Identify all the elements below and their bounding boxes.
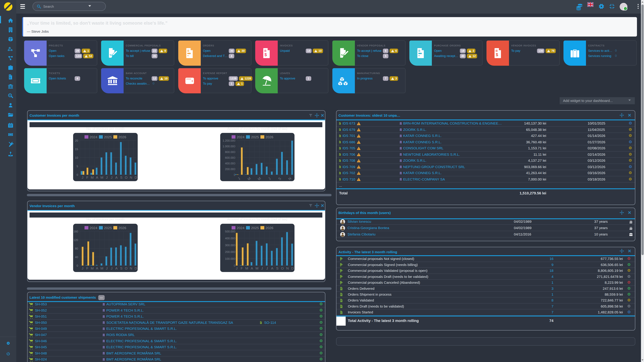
- svg-text:2024: 2024: [237, 135, 244, 139]
- svg-text:O: O: [125, 175, 128, 179]
- svg-text:S: S: [120, 266, 122, 270]
- svg-text:15: 15: [75, 148, 78, 151]
- svg-text:O: O: [125, 266, 128, 270]
- svg-text:100.000: 100.000: [225, 257, 235, 260]
- svg-text:A: A: [251, 266, 253, 270]
- svg-text:120: 120: [74, 239, 78, 242]
- svg-text:80: 80: [75, 247, 78, 250]
- svg-text:0: 0: [234, 264, 235, 267]
- svg-text:2026: 2026: [266, 226, 273, 230]
- svg-text:F: F: [241, 266, 243, 270]
- svg-text:D: D: [134, 175, 137, 179]
- svg-text:$: $: [340, 167, 340, 168]
- svg-text:$: $: [340, 129, 340, 131]
- svg-text:F: F: [86, 175, 88, 179]
- svg-text:J: J: [236, 266, 238, 270]
- svg-text:D: D: [134, 266, 137, 270]
- svg-text:A: A: [96, 266, 98, 270]
- svg-text:300.000: 300.000: [225, 244, 235, 247]
- svg-text:2024: 2024: [90, 135, 98, 139]
- svg-text:O: O: [281, 266, 284, 270]
- svg-text:1.000.000: 1.000.000: [222, 145, 235, 148]
- svg-text:J: J: [266, 266, 268, 270]
- svg-text:M: M: [91, 175, 94, 179]
- svg-text:800.000: 800.000: [225, 150, 235, 154]
- svg-text:5: 5: [77, 165, 78, 168]
- svg-text:M: M: [100, 175, 104, 179]
- svg-text:200.000: 200.000: [225, 168, 235, 171]
- svg-text:600.000: 600.000: [225, 156, 235, 159]
- svg-text:0: 0: [77, 173, 78, 176]
- svg-text:J: J: [106, 175, 108, 179]
- svg-text:A: A: [96, 175, 98, 179]
- svg-text:N: N: [286, 266, 289, 270]
- svg-text:500.000: 500.000: [225, 230, 235, 233]
- svg-text:160: 160: [74, 230, 78, 233]
- svg-text:2025: 2025: [251, 135, 259, 139]
- svg-text:D: D: [291, 266, 294, 270]
- svg-text:J: J: [82, 175, 84, 179]
- svg-text:$: $: [340, 148, 340, 149]
- svg-text:1.200.000: 1.200.000: [222, 139, 235, 142]
- svg-text:M: M: [256, 266, 258, 270]
- svg-text:J: J: [82, 266, 84, 270]
- svg-text:$: $: [340, 136, 340, 137]
- svg-text:A: A: [115, 266, 118, 270]
- svg-text:$: $: [340, 179, 340, 180]
- svg-text:2026: 2026: [266, 135, 273, 139]
- svg-text:S: S: [120, 175, 122, 179]
- svg-text:$: $: [340, 123, 340, 124]
- svg-text:$: $: [340, 173, 340, 174]
- svg-text:M: M: [245, 266, 248, 270]
- svg-text:200.000: 200.000: [225, 250, 235, 254]
- svg-text:400.000: 400.000: [225, 237, 235, 240]
- svg-text:M: M: [91, 266, 94, 270]
- svg-text:10: 10: [75, 156, 78, 159]
- svg-text:$: $: [264, 52, 267, 57]
- svg-text:A: A: [115, 175, 118, 179]
- svg-text:N: N: [130, 266, 132, 270]
- svg-text:$: $: [10, 94, 11, 96]
- svg-text:$: $: [340, 312, 342, 314]
- svg-text:N: N: [130, 175, 132, 179]
- svg-text:40: 40: [75, 256, 78, 259]
- svg-text:0: 0: [234, 173, 235, 176]
- svg-text:$: $: [340, 142, 340, 143]
- svg-text:0: 0: [77, 264, 78, 267]
- svg-text:2024: 2024: [237, 226, 244, 230]
- svg-text:J: J: [111, 175, 112, 179]
- svg-text:J: J: [261, 266, 263, 270]
- svg-text:F: F: [86, 266, 88, 270]
- svg-text:J: J: [111, 266, 112, 270]
- svg-text:$: $: [340, 154, 340, 156]
- svg-text:J: J: [106, 266, 108, 270]
- svg-text:400.000: 400.000: [225, 162, 235, 165]
- svg-text:$: $: [496, 52, 498, 57]
- svg-text:2026: 2026: [118, 226, 126, 230]
- svg-text:2025: 2025: [104, 135, 112, 139]
- svg-text:$: $: [340, 160, 340, 162]
- svg-text:M: M: [100, 266, 104, 270]
- svg-text:S: S: [276, 266, 278, 270]
- svg-text:20: 20: [75, 139, 78, 142]
- svg-text:A: A: [271, 266, 273, 270]
- svg-text:2025: 2025: [104, 226, 112, 230]
- svg-text:2025: 2025: [251, 226, 259, 230]
- svg-text:2026: 2026: [118, 135, 126, 139]
- svg-text:2024: 2024: [90, 226, 98, 230]
- svg-text:$: $: [10, 77, 10, 79]
